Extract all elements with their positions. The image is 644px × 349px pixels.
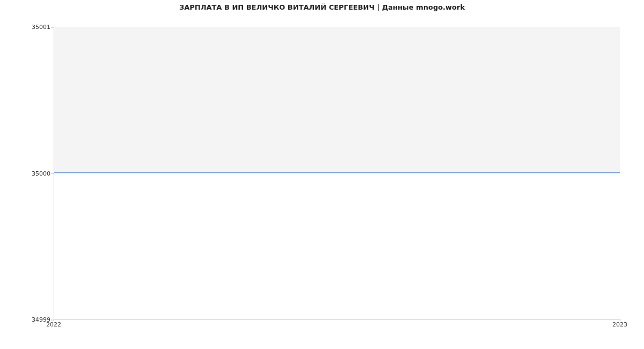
y-tick-label: 35000 [2,170,50,177]
tick-mark-icon [54,318,54,321]
x-tick-text: 2023 [612,321,627,328]
y-tick-label: 35001 [2,24,50,31]
x-tick-text: 2022 [46,321,61,328]
plot-background-upper [54,27,620,173]
x-tick-label: 2023 [612,321,627,328]
y-tick-label: 34999 [2,316,50,323]
tick-mark-icon [620,318,620,321]
area-fill-below-line [54,173,620,319]
x-tick-label: 2022 [46,321,61,328]
plot-area [54,27,620,319]
y-tick-text: 35001 [32,24,50,31]
chart-title: ЗАРПЛАТА В ИП ВЕЛИЧКО ВИТАЛИЙ СЕРГЕЕВИЧ … [0,3,644,11]
y-tick-text: 35000 [32,170,50,177]
chart-container: ЗАРПЛАТА В ИП ВЕЛИЧКО ВИТАЛИЙ СЕРГЕЕВИЧ … [0,0,644,349]
series-line [54,172,620,173]
